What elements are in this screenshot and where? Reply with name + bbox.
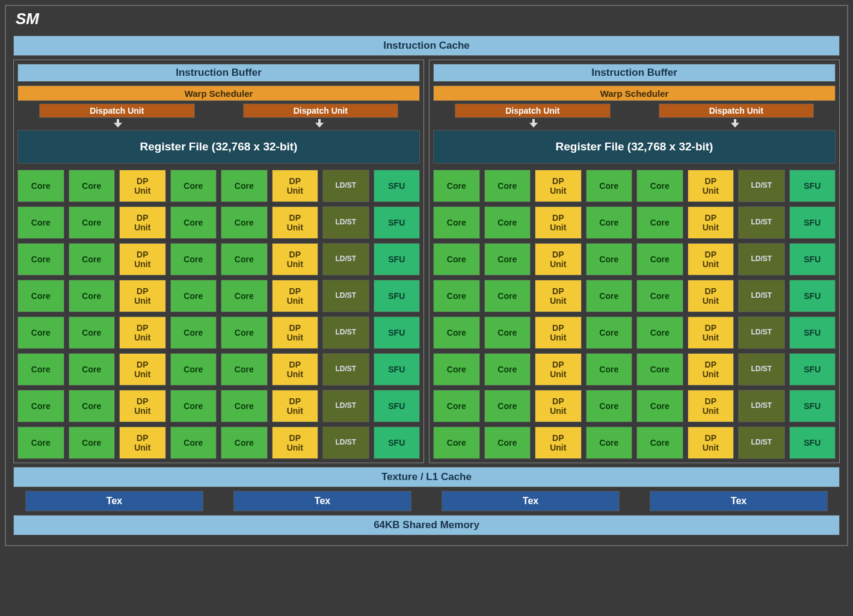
core-unit: Core	[170, 243, 217, 276]
core-unit: Core	[433, 243, 480, 276]
core-unit: Core	[586, 206, 633, 239]
dp-unit: DP Unit	[535, 353, 582, 386]
register-file: Register File (32,768 x 32-bit)	[433, 130, 836, 164]
core-unit: Core	[69, 170, 115, 202]
core-row: CoreCoreDP UnitCoreCoreDP UnitLD/STSFU	[17, 170, 420, 202]
core-row: CoreCoreDP UnitCoreCoreDP UnitLD/STSFU	[17, 390, 420, 422]
ldst-unit: LD/ST	[322, 427, 369, 459]
ldst-unit: LD/ST	[322, 170, 369, 202]
dp-unit: DP Unit	[119, 316, 166, 349]
dp-unit: DP Unit	[272, 170, 319, 202]
core-unit: Core	[69, 243, 115, 276]
core-unit: Core	[586, 316, 633, 349]
core-unit: Core	[586, 170, 633, 202]
core-row: CoreCoreDP UnitCoreCoreDP UnitLD/STSFU	[17, 243, 420, 276]
core-unit: Core	[221, 316, 268, 349]
ldst-unit: LD/ST	[322, 243, 369, 276]
sfu-unit: SFU	[789, 316, 836, 349]
instruction-buffer: Instruction Buffer	[17, 64, 420, 82]
sfu-unit: SFU	[374, 316, 420, 349]
core-unit: Core	[433, 280, 480, 312]
dp-unit: DP Unit	[119, 170, 166, 202]
core-unit: Core	[17, 316, 64, 349]
ldst-unit: LD/ST	[738, 243, 785, 276]
dp-unit: DP Unit	[119, 206, 166, 239]
core-row: CoreCoreDP UnitCoreCoreDP UnitLD/STSFU	[433, 390, 836, 422]
dp-unit: DP Unit	[119, 390, 166, 422]
ldst-unit: LD/ST	[322, 390, 369, 422]
core-unit: Core	[636, 170, 683, 202]
core-unit: Core	[586, 427, 633, 459]
core-unit: Core	[484, 243, 531, 276]
core-unit: Core	[586, 280, 633, 312]
ldst-unit: LD/ST	[738, 427, 785, 459]
arrow-down-icon	[433, 119, 635, 129]
core-unit: Core	[69, 353, 115, 386]
ldst-unit: LD/ST	[738, 280, 785, 312]
tex-unit: Tex	[442, 491, 620, 511]
sm-container: SM Instruction Cache Instruction BufferW…	[5, 5, 848, 546]
core-unit: Core	[484, 353, 531, 386]
register-file: Register File (32,768 x 32-bit)	[17, 130, 420, 164]
core-unit: Core	[170, 316, 217, 349]
core-unit: Core	[170, 390, 217, 422]
core-unit: Core	[433, 427, 480, 459]
core-unit: Core	[17, 427, 64, 459]
dp-unit: DP Unit	[272, 353, 319, 386]
ldst-unit: LD/ST	[738, 390, 785, 422]
arrow-down-icon	[17, 119, 219, 129]
instruction-buffer: Instruction Buffer	[433, 64, 836, 82]
dp-unit: DP Unit	[688, 206, 734, 239]
core-row: CoreCoreDP UnitCoreCoreDP UnitLD/STSFU	[433, 316, 836, 349]
core-unit: Core	[17, 170, 64, 202]
core-row: CoreCoreDP UnitCoreCoreDP UnitLD/STSFU	[17, 280, 420, 312]
dp-unit: DP Unit	[535, 170, 582, 202]
core-unit: Core	[433, 390, 480, 422]
core-unit: Core	[170, 170, 217, 202]
dispatch-unit: Dispatch Unit	[659, 103, 815, 118]
core-row: CoreCoreDP UnitCoreCoreDP UnitLD/STSFU	[433, 280, 836, 312]
tex-unit: Tex	[233, 491, 411, 511]
texture-l1-cache: Texture / L1 Cache	[13, 467, 840, 487]
dp-unit: DP Unit	[688, 170, 734, 202]
dispatch-unit: Dispatch Unit	[39, 103, 195, 118]
core-row: CoreCoreDP UnitCoreCoreDP UnitLD/STSFU	[433, 353, 836, 386]
dispatch-unit: Dispatch Unit	[455, 103, 611, 118]
core-unit: Core	[433, 170, 480, 202]
core-unit: Core	[636, 427, 683, 459]
core-unit: Core	[221, 206, 268, 239]
core-row: CoreCoreDP UnitCoreCoreDP UnitLD/STSFU	[17, 427, 420, 459]
tex-unit: Tex	[650, 491, 828, 511]
sfu-unit: SFU	[789, 427, 836, 459]
core-row: CoreCoreDP UnitCoreCoreDP UnitLD/STSFU	[17, 353, 420, 386]
core-unit: Core	[221, 243, 268, 276]
core-unit: Core	[484, 427, 531, 459]
dp-unit: DP Unit	[535, 427, 582, 459]
dp-unit: DP Unit	[272, 390, 319, 422]
core-unit: Core	[636, 353, 683, 386]
core-unit: Core	[636, 390, 683, 422]
dp-unit: DP Unit	[272, 243, 319, 276]
dispatch-row: Dispatch UnitDispatch Unit	[433, 103, 836, 118]
core-unit: Core	[69, 427, 115, 459]
core-unit: Core	[69, 280, 115, 312]
warp-scheduler: Warp Scheduler	[17, 85, 420, 101]
dp-unit: DP Unit	[688, 280, 734, 312]
warp-scheduler: Warp Scheduler	[433, 85, 836, 101]
core-unit: Core	[170, 427, 217, 459]
dp-unit: DP Unit	[272, 280, 319, 312]
ldst-unit: LD/ST	[322, 280, 369, 312]
dp-unit: DP Unit	[535, 316, 582, 349]
dp-unit: DP Unit	[119, 353, 166, 386]
sfu-unit: SFU	[374, 353, 420, 386]
core-unit: Core	[17, 243, 64, 276]
sfu-unit: SFU	[374, 427, 420, 459]
dispatch-unit: Dispatch Unit	[243, 103, 399, 118]
core-unit: Core	[433, 353, 480, 386]
core-unit: Core	[636, 243, 683, 276]
core-unit: Core	[17, 390, 64, 422]
core-row: CoreCoreDP UnitCoreCoreDP UnitLD/STSFU	[433, 206, 836, 239]
core-unit: Core	[586, 353, 633, 386]
dp-unit: DP Unit	[688, 316, 734, 349]
sfu-unit: SFU	[789, 280, 836, 312]
